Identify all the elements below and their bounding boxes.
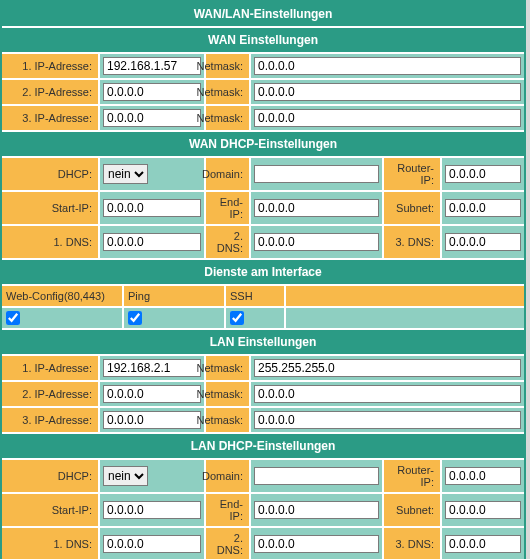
lan-netmask-input-2[interactable] (254, 385, 521, 403)
wan-dhcp-row-2: Start-IP:End-IP:Subnet: (2, 192, 524, 226)
wan-row-3: 3. IP-Adresse:Netmask: (2, 106, 524, 132)
lan-ip-label-2: 2. IP-Adresse: (2, 382, 100, 406)
wan-ip-label-1: 1. IP-Adresse: (2, 54, 100, 78)
wan-ip-label-3: 3. IP-Adresse: (2, 106, 100, 130)
lan-ip-input-2[interactable] (103, 385, 201, 403)
lan-netmask-input-3[interactable] (254, 411, 521, 429)
wan-dhcp-l3-2: Subnet: (384, 192, 442, 224)
lan-dhcp-l1-3: 1. DNS: (2, 528, 100, 559)
wan-ip-input-1[interactable] (103, 57, 201, 75)
lan-dhcp-dhcp-select[interactable]: nein (103, 466, 148, 486)
wan-dhcp-v2-input-1[interactable] (254, 165, 379, 183)
lan-dhcp-l2-2: End-IP: (206, 494, 251, 526)
wan-dhcp-v3-input-3[interactable] (445, 233, 521, 251)
wan-dhcp-v3-input-1[interactable] (445, 165, 521, 183)
lan-dhcp-l1-1: DHCP: (2, 460, 100, 492)
wan-ping-checkbox[interactable] (128, 311, 142, 325)
wan-dhcp-row-3: 1. DNS:2. DNS:3. DNS: (2, 226, 524, 260)
wan-service-webconfig-label: Web-Config(80,443) (2, 286, 124, 306)
wan-lan-settings-panel: WAN/LAN-Einstellungen WAN Einstellungen … (0, 0, 526, 559)
wan-ip-label-2: 2. IP-Adresse: (2, 80, 100, 104)
lan-netmask-label-1: Netmask: (206, 356, 251, 380)
lan-dhcp-l1-2: Start-IP: (2, 494, 100, 526)
lan-dhcp-l2-1: Domain: (206, 460, 251, 492)
lan-netmask-label-2: Netmask: (206, 382, 251, 406)
lan-dhcp-v2-input-1[interactable] (254, 467, 379, 485)
wan-dhcp-l3-1: Router-IP: (384, 158, 442, 190)
wan-dhcp-l2-1: Domain: (206, 158, 251, 190)
lan-ip-input-3[interactable] (103, 411, 201, 429)
lan-dhcp-row-3: 1. DNS:2. DNS:3. DNS: (2, 528, 524, 559)
lan-dhcp-row-1: DHCP:neinDomain:Router-IP: (2, 460, 524, 494)
wan-row-2: 2. IP-Adresse:Netmask: (2, 80, 524, 106)
wan-service-ssh-label: SSH (226, 286, 286, 306)
wan-dhcp-l1-2: Start-IP: (2, 192, 100, 224)
lan-dhcp-v3-input-3[interactable] (445, 535, 521, 553)
wan-services-header-row: Web-Config(80,443) Ping SSH (2, 286, 524, 308)
lan-ip-label-1: 1. IP-Adresse: (2, 356, 100, 380)
wan-dhcp-dhcp-select[interactable]: nein (103, 164, 148, 184)
wan-service-value-spacer (286, 308, 524, 328)
wan-dhcp-l1-3: 1. DNS: (2, 226, 100, 258)
lan-row-2: 2. IP-Adresse:Netmask: (2, 382, 524, 408)
lan-dhcp-title: LAN DHCP-Einstellungen (2, 434, 524, 460)
wan-row-1: 1. IP-Adresse:Netmask: (2, 54, 524, 80)
wan-netmask-input-1[interactable] (254, 57, 521, 75)
lan-dhcp-v1-input-2[interactable] (103, 501, 201, 519)
wan-service-ping-label: Ping (124, 286, 226, 306)
lan-row-3: 3. IP-Adresse:Netmask: (2, 408, 524, 434)
lan-netmask-label-3: Netmask: (206, 408, 251, 432)
lan-dhcp-l3-1: Router-IP: (384, 460, 442, 492)
wan-dhcp-v2-input-2[interactable] (254, 199, 379, 217)
wan-service-spacer (286, 286, 524, 306)
wan-netmask-input-3[interactable] (254, 109, 521, 127)
wan-dhcp-v1-input-2[interactable] (103, 199, 201, 217)
wan-netmask-input-2[interactable] (254, 83, 521, 101)
lan-dhcp-v3-input-2[interactable] (445, 501, 521, 519)
lan-dhcp-row-2: Start-IP:End-IP:Subnet: (2, 494, 524, 528)
wan-dhcp-v1-input-3[interactable] (103, 233, 201, 251)
lan-row-1: 1. IP-Adresse:Netmask: (2, 356, 524, 382)
lan-dhcp-l3-2: Subnet: (384, 494, 442, 526)
wan-dhcp-v3-input-2[interactable] (445, 199, 521, 217)
lan-title: LAN Einstellungen (2, 330, 524, 356)
wan-dhcp-title: WAN DHCP-Einstellungen (2, 132, 524, 158)
lan-netmask-input-1[interactable] (254, 359, 521, 377)
lan-dhcp-v2-input-2[interactable] (254, 501, 379, 519)
main-title: WAN/LAN-Einstellungen (2, 2, 524, 28)
wan-ip-input-2[interactable] (103, 83, 201, 101)
wan-ip-input-3[interactable] (103, 109, 201, 127)
wan-dhcp-l2-2: End-IP: (206, 192, 251, 224)
wan-dhcp-l3-3: 3. DNS: (384, 226, 442, 258)
wan-services-value-row (2, 308, 524, 330)
lan-ip-label-3: 3. IP-Adresse: (2, 408, 100, 432)
wan-netmask-label-3: Netmask: (206, 106, 251, 130)
wan-ssh-checkbox[interactable] (230, 311, 244, 325)
lan-dhcp-v3-input-1[interactable] (445, 467, 521, 485)
lan-dhcp-l2-3: 2. DNS: (206, 528, 251, 559)
lan-dhcp-l3-3: 3. DNS: (384, 528, 442, 559)
wan-dhcp-l2-3: 2. DNS: (206, 226, 251, 258)
lan-ip-input-1[interactable] (103, 359, 201, 377)
wan-title: WAN Einstellungen (2, 28, 524, 54)
lan-dhcp-v2-input-3[interactable] (254, 535, 379, 553)
lan-dhcp-v1-input-3[interactable] (103, 535, 201, 553)
wan-services-title: Dienste am Interface (2, 260, 524, 286)
wan-netmask-label-2: Netmask: (206, 80, 251, 104)
wan-webconfig-checkbox[interactable] (6, 311, 20, 325)
wan-dhcp-l1-1: DHCP: (2, 158, 100, 190)
wan-dhcp-row-1: DHCP:neinDomain:Router-IP: (2, 158, 524, 192)
wan-netmask-label-1: Netmask: (206, 54, 251, 78)
wan-dhcp-v2-input-3[interactable] (254, 233, 379, 251)
